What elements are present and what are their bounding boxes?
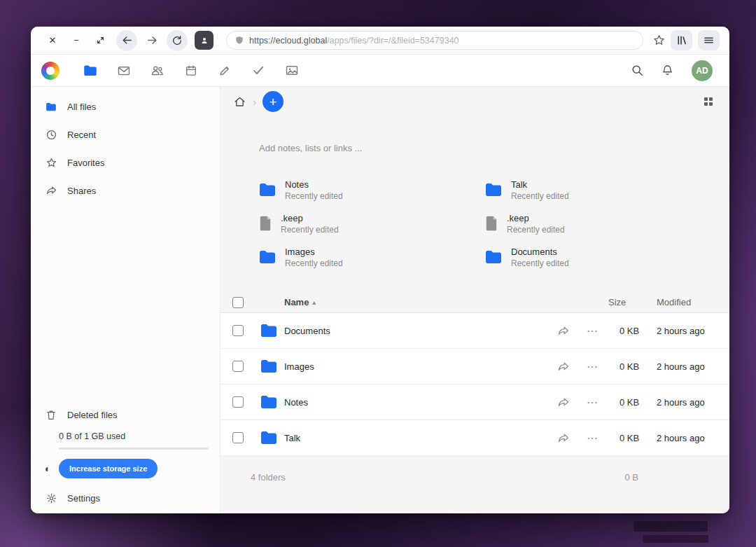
sidebar-item-recent[interactable]: Recent [31,120,220,148]
share-icon[interactable] [555,326,572,336]
folder-icon [260,395,277,409]
file-icon [485,216,498,231]
contacts-app-icon[interactable] [141,55,174,87]
resize-icon[interactable] [88,36,112,45]
sidebar-item-settings[interactable]: Settings [31,484,220,512]
more-actions-icon[interactable]: ⋯ [584,431,601,445]
user-avatar[interactable]: AD [692,60,713,81]
recommended-item[interactable]: .keepRecently edited [485,210,729,237]
sidebar-item-label: Favorites [67,158,104,168]
recommended-item[interactable]: ImagesRecently edited [259,244,485,270]
sidebar-item-label: Deleted files [67,410,118,420]
app-body: All files Recent Favorites [31,87,729,513]
forward-icon[interactable] [141,30,162,51]
select-all-checkbox[interactable] [232,297,244,308]
table-row[interactable]: Talk ⋯ 0 KB 2 hours ago [220,420,729,456]
sidebar-item-label: All files [67,102,96,112]
recommended-sub: Recently edited [511,191,569,201]
close-icon[interactable]: ✕ [41,35,64,46]
folder-icon [259,250,276,264]
notifications-bell-icon[interactable] [662,64,673,76]
files-main: › + Add notes, lists or links ... NotesR… [220,87,729,513]
sidebar: All files Recent Favorites [31,87,220,513]
notes-placeholder[interactable]: Add notes, lists or links ... [259,143,729,153]
select-checkbox[interactable] [232,361,244,372]
sidebar-item-deleted-files[interactable]: Deleted files [31,401,220,429]
minimize-icon[interactable]: − [64,35,88,46]
search-icon[interactable] [631,64,643,76]
tasks-app-icon[interactable] [241,55,275,87]
recommended-item[interactable]: .keepRecently edited [259,210,485,237]
recommended-item[interactable]: NotesRecently edited [259,176,485,203]
url-bar[interactable]: https://ecloud.global/apps/files/?dir=/&… [226,31,643,50]
file-size: 0 KB [602,361,657,372]
more-actions-icon[interactable]: ⋯ [584,396,601,409]
recommended-item[interactable]: DocumentsRecently edited [485,244,729,270]
summary-folders: 4 folders [251,472,286,483]
recommended-name: .keep [507,213,565,223]
recommended-name: Documents [511,247,569,257]
library-icon[interactable] [671,30,692,50]
browser-profile-icon[interactable] [195,31,214,50]
url-text: https://ecloud.global/apps/files/?dir=/&… [249,36,459,46]
sidebar-item-label: Settings [67,493,100,504]
table-row[interactable]: Documents ⋯ 0 KB 2 hours ago [220,313,729,349]
recommended-name: Talk [511,179,569,190]
notes-app-icon[interactable] [208,55,241,87]
back-icon[interactable] [116,30,137,51]
folder-icon [45,102,57,111]
reload-icon[interactable] [167,30,188,51]
file-name: Documents [284,326,555,336]
files-app-icon[interactable] [74,55,107,87]
grid-view-toggle-icon[interactable] [704,97,713,106]
file-table-summary: 4 folders 0 B [220,456,729,498]
sidebar-item-favorites[interactable]: Favorites [31,148,220,176]
ecloud-logo[interactable] [41,62,59,80]
header-actions: AD [631,60,713,81]
sidebar-nav: All files Recent Favorites [31,87,220,205]
folder-icon [485,183,502,197]
file-modified: 2 hours ago [657,397,724,408]
photos-app-icon[interactable] [275,55,309,87]
sidebar-item-all-files[interactable]: All files [31,92,220,120]
clock-icon [45,130,57,140]
share-icon[interactable] [555,397,572,408]
site-security-icon[interactable] [235,36,244,45]
folder-icon [259,183,276,197]
trash-icon [45,410,57,420]
select-checkbox[interactable] [232,325,244,336]
quota-progress-bar [59,448,209,450]
url-path: /apps/files/?dir=/&fileid=53479340 [327,36,458,46]
table-row[interactable]: Images ⋯ 0 KB 2 hours ago [220,349,729,385]
new-file-button[interactable]: + [262,91,284,112]
folder-icon [260,324,277,338]
mail-app-icon[interactable] [107,55,141,87]
bookmark-star-icon[interactable] [653,34,665,46]
column-header-modified[interactable]: Modified [657,297,724,307]
recommended-sub: Recently edited [511,258,569,268]
sidebar-item-label: Recent [67,130,96,140]
calendar-app-icon[interactable] [174,55,208,87]
column-header-size[interactable]: Size [602,297,657,307]
app-header: AD [31,55,729,87]
column-header-name[interactable]: Name ▴ [284,297,601,307]
select-checkbox[interactable] [232,432,244,443]
sidebar-bottom: Deleted files 0 B of 1 GB used ◐ Increas… [31,401,220,512]
file-icon [259,216,272,231]
increase-storage-button[interactable]: Increase storage size [59,459,158,478]
quota-text: 0 B of 1 GB used [31,431,220,441]
share-icon[interactable] [555,433,572,443]
recommended-item[interactable]: TalkRecently edited [485,176,729,203]
sidebar-item-label: Shares [67,186,96,196]
share-icon[interactable] [555,361,572,372]
desktop-watermark [634,521,708,532]
file-name: Talk [284,433,555,443]
chevron-right-icon: › [253,96,256,108]
home-icon[interactable] [234,96,246,107]
more-actions-icon[interactable]: ⋯ [584,324,601,338]
select-checkbox[interactable] [232,396,244,408]
more-actions-icon[interactable]: ⋯ [584,360,601,373]
sidebar-item-shares[interactable]: Shares [31,176,220,205]
menu-hamburger-icon[interactable] [698,30,720,50]
table-row[interactable]: Notes ⋯ 0 KB 2 hours ago [220,385,729,420]
